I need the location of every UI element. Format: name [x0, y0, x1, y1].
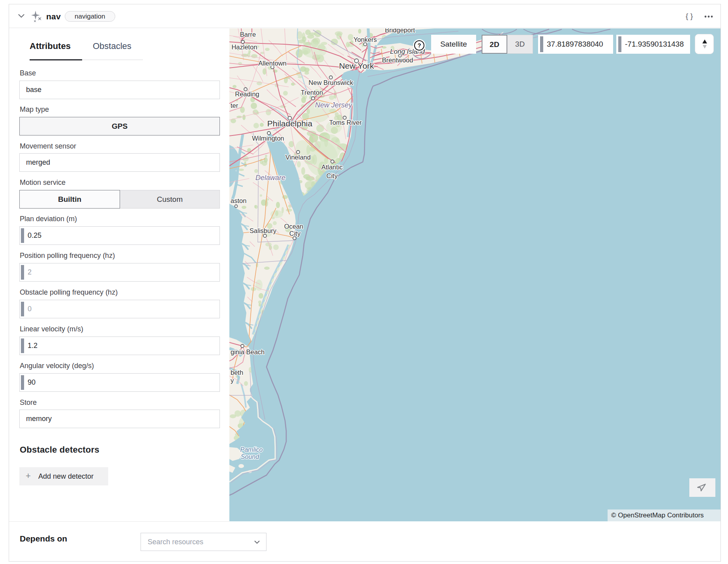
svg-text:y: y — [231, 377, 234, 384]
svg-text:Toms River: Toms River — [329, 119, 362, 126]
svg-text:beth: beth — [231, 369, 243, 376]
svg-text:City: City — [326, 172, 338, 179]
svg-text:Pamlico: Pamlico — [240, 446, 263, 453]
svg-text:Bridgeport: Bridgeport — [385, 28, 415, 34]
svg-text:Philadelphia: Philadelphia — [267, 119, 313, 128]
svg-text:New Brunswick: New Brunswick — [309, 79, 354, 86]
svg-text:Delaware: Delaware — [255, 174, 285, 182]
svg-text:Vineland: Vineland — [285, 154, 311, 161]
svg-text:Reading: Reading — [235, 90, 259, 98]
svg-text:Sound: Sound — [241, 453, 259, 460]
svg-text:Trenton: Trenton — [301, 89, 323, 96]
svg-text:Allentown: Allentown — [258, 60, 287, 67]
svg-text:New Jersey: New Jersey — [315, 101, 353, 109]
svg-text:Salisbury: Salisbury — [250, 227, 277, 234]
svg-text:New York: New York — [339, 61, 374, 70]
svg-text:City: City — [289, 230, 301, 237]
svg-text:aston: aston — [231, 197, 246, 204]
svg-text:Brentwood: Brentwood — [382, 56, 413, 64]
svg-text:ginia Beach: ginia Beach — [231, 348, 265, 355]
svg-text:Ocean: Ocean — [284, 223, 304, 230]
svg-text:Yonkers: Yonkers — [353, 36, 377, 43]
svg-text:Wilmington: Wilmington — [252, 135, 284, 142]
svg-text:ter: ter — [231, 102, 238, 109]
svg-text:Hazleton: Hazleton — [231, 43, 257, 51]
svg-text:Barre: Barre — [240, 31, 256, 38]
svg-text:Atlantic: Atlantic — [321, 164, 343, 171]
